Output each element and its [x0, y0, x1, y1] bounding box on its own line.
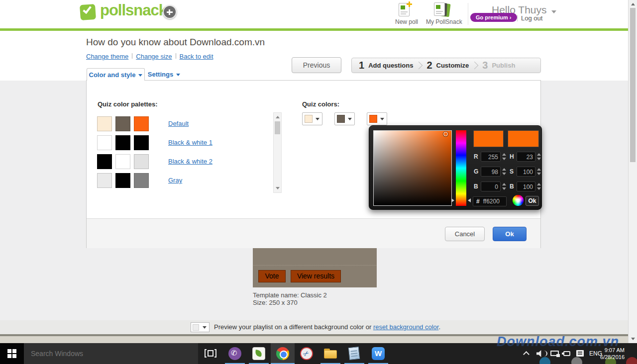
spinner-icon[interactable] [537, 168, 541, 175]
spinner-icon[interactable] [502, 153, 506, 160]
screen: pollsnack New poll My PollSnack Hello Th… [0, 0, 637, 364]
brand-title[interactable]: pollsnack [100, 1, 167, 19]
action-center-icon[interactable] [576, 350, 584, 357]
tray-time: 9:07 AM [599, 347, 625, 354]
background-color-dropdown[interactable] [191, 322, 210, 332]
green-input[interactable]: 98 [481, 167, 501, 177]
caret-down-icon [348, 118, 352, 120]
step-customize[interactable]: 2 Customize [426, 60, 469, 71]
taskbar-app-snipping-tool[interactable] [295, 343, 318, 364]
plus-icon [409, 1, 410, 7]
palette-swatch [97, 173, 112, 188]
add-poll-icon[interactable] [163, 5, 177, 19]
palette-link[interactable]: Gray [168, 177, 182, 184]
palette-swatch [115, 154, 130, 169]
hue-marker-right-icon[interactable] [468, 198, 471, 202]
color-wheel-icon[interactable] [513, 195, 524, 206]
quiz-color-dropdown-1[interactable] [302, 112, 322, 125]
palette-list-scrollbar[interactable] [273, 112, 282, 193]
separator [176, 53, 176, 59]
hue-marker-left-icon[interactable] [451, 198, 454, 202]
saturation-brightness-area[interactable] [373, 130, 452, 206]
taskbar-app-viber[interactable] [223, 343, 247, 364]
reset-background-link[interactable]: reset background color [373, 323, 439, 331]
page-title: How do you know about Download.com.vn [86, 37, 265, 48]
task-view-button[interactable] [198, 343, 223, 364]
scroll-up-icon[interactable] [276, 116, 280, 118]
spinner-icon[interactable] [502, 183, 506, 190]
chrome-icon [276, 347, 289, 360]
speaker-wave-icon[interactable] [544, 351, 547, 357]
palette-link[interactable]: Black & white 1 [168, 139, 212, 146]
field-label-brightness: B [510, 183, 514, 190]
tab-color-and-style[interactable]: Color and style [87, 68, 145, 81]
my-pollsnack-icon [434, 2, 445, 16]
my-pollsnack-button[interactable] [434, 2, 445, 16]
spinner-icon[interactable] [502, 168, 506, 175]
browser-scrollbar[interactable] [628, 0, 637, 343]
taskbar-app-file-explorer[interactable] [318, 343, 342, 364]
taskbar-app-chrome[interactable] [271, 343, 295, 364]
new-poll-button[interactable] [399, 3, 410, 16]
quiz-color-dropdown-3[interactable] [367, 112, 387, 125]
search-input[interactable] [24, 343, 198, 364]
speaker-icon[interactable] [536, 350, 543, 357]
new-poll-icon [399, 3, 410, 16]
scrollbar-thumb[interactable] [630, 8, 636, 162]
taskbar-app-photo-editor[interactable] [247, 343, 271, 364]
change-size-link[interactable]: Change size [136, 53, 172, 60]
current-color-swatch [473, 130, 504, 147]
scrollbar-thumb[interactable] [275, 121, 280, 134]
logout-link[interactable]: Log out [521, 14, 542, 22]
tray-chevron-up-icon[interactable] [523, 351, 530, 358]
watermark-dot [626, 357, 637, 364]
hue-input[interactable]: 23 [517, 152, 535, 162]
separator [517, 15, 518, 21]
picker-ok-button[interactable]: Ok [526, 196, 539, 206]
my-pollsnack-label[interactable]: My PollSnack [426, 18, 462, 25]
palette-swatch [134, 173, 149, 188]
hex-input[interactable]: # ff6200 [473, 196, 507, 206]
back-to-edit-link[interactable]: Back to edit [180, 53, 213, 60]
scroll-up-icon[interactable] [631, 3, 635, 5]
view-results-button[interactable]: View results [291, 270, 341, 282]
cancel-button[interactable]: Cancel [445, 227, 485, 241]
color-cursor[interactable] [443, 132, 448, 136]
ok-button[interactable]: Ok [493, 227, 527, 241]
brightness-input[interactable]: 100 [517, 182, 535, 191]
pollsnack-logo-icon[interactable] [80, 4, 96, 20]
spinner-icon[interactable] [537, 153, 541, 160]
go-premium-button[interactable]: Go premium › [470, 13, 517, 22]
snipping-tool-icon [300, 347, 313, 360]
network-icon[interactable] [550, 351, 559, 356]
new-poll-label[interactable]: New poll [395, 18, 418, 25]
palette-link[interactable]: Black & white 2 [168, 158, 212, 165]
task-view-icon [205, 349, 207, 358]
scroll-down-icon[interactable] [631, 338, 635, 340]
palettes-label: Quiz color palettes: [98, 100, 158, 108]
caret-down-icon [203, 326, 207, 329]
saturation-input[interactable]: 100 [517, 167, 535, 177]
start-button[interactable] [0, 343, 24, 364]
quiz-color-dropdown-2[interactable] [334, 112, 355, 125]
vote-button[interactable]: Vote [258, 270, 286, 282]
taskbar-app-wps-writer[interactable] [366, 343, 390, 364]
step-add-questions[interactable]: 1 Add questions [359, 60, 413, 71]
palette-link[interactable]: Default [168, 120, 189, 127]
tab-settings[interactable]: Settings [145, 68, 183, 81]
clock[interactable]: 9:07 AM 6/28/2016 [599, 347, 625, 361]
scroll-down-icon[interactable] [276, 187, 280, 189]
template-size: Size: 250 x 370 [253, 299, 298, 306]
power-plug-icon[interactable] [563, 351, 570, 356]
caret-down-icon [138, 74, 142, 77]
red-input[interactable]: 255 [481, 152, 501, 162]
blue-input[interactable]: 0 [481, 182, 501, 191]
tray-date: 6/28/2016 [599, 354, 625, 361]
previous-button[interactable]: Previous [292, 57, 341, 73]
taskbar-app-notepad[interactable] [342, 343, 366, 364]
chevron-down-icon [551, 10, 556, 13]
spinner-icon[interactable] [537, 183, 541, 190]
palette-swatch [97, 116, 112, 131]
hue-slider[interactable] [456, 130, 466, 206]
change-theme-link[interactable]: Change theme [86, 53, 128, 60]
